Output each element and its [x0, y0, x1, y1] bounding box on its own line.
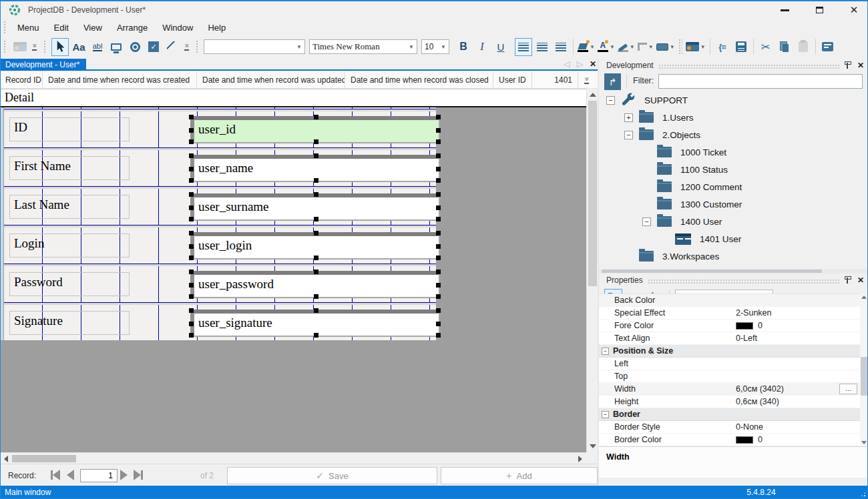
- selection-handle[interactable]: [436, 270, 441, 274]
- tree-horizontal-scrollbar[interactable]: [599, 269, 868, 274]
- form-design-surface[interactable]: IDuser_idFirst Nameuser_nameLast Nameuse…: [4, 107, 436, 340]
- scroll-left-icon[interactable]: [4, 456, 8, 462]
- tree-item[interactable]: −1400 User: [599, 213, 868, 230]
- selection-handle[interactable]: [314, 153, 318, 158]
- property-row[interactable]: Text Align0-Left: [599, 332, 860, 345]
- property-category-row[interactable]: −Border: [599, 408, 860, 421]
- tree-expander-icon[interactable]: −: [606, 96, 615, 105]
- tree-hscroll-thumb[interactable]: [602, 270, 822, 273]
- tree-item[interactable]: −2.Objects: [599, 126, 868, 143]
- selection-handle[interactable]: [436, 178, 441, 183]
- record-column-header[interactable]: Date and time when record was updated: [197, 72, 345, 88]
- editor-horizontal-scrollbar[interactable]: [0, 452, 586, 464]
- open-object-button[interactable]: ↱: [604, 73, 621, 90]
- collapse-icon[interactable]: −: [602, 348, 609, 355]
- selection-handle[interactable]: [189, 283, 194, 288]
- style-combo[interactable]: ▼: [204, 39, 305, 54]
- selection-handle[interactable]: [436, 244, 441, 249]
- selection-handle[interactable]: [314, 270, 318, 274]
- selection-handle[interactable]: [314, 333, 318, 338]
- field-textbox[interactable]: user_signature: [190, 310, 440, 337]
- toolbar-grip[interactable]: [3, 40, 7, 53]
- cut-button[interactable]: ✂: [757, 38, 775, 56]
- previous-record-button[interactable]: [67, 470, 74, 480]
- radio-tool-button[interactable]: [126, 38, 144, 56]
- field-label-box[interactable]: Last Name: [9, 195, 130, 219]
- selection-handle[interactable]: [189, 167, 194, 171]
- property-row[interactable]: Border Color0: [599, 434, 860, 446]
- selection-handle[interactable]: [314, 178, 318, 183]
- tree-item[interactable]: 1000 Ticket: [599, 143, 868, 161]
- selection-handle[interactable]: [436, 139, 441, 144]
- selection-handle[interactable]: [189, 308, 194, 313]
- record-column-header[interactable]: User ID: [493, 72, 532, 88]
- selection-handle[interactable]: [436, 192, 441, 197]
- pin-icon[interactable]: [844, 61, 851, 69]
- menu-item-view[interactable]: View: [76, 21, 110, 34]
- properties-panel-header[interactable]: Properties ✕: [599, 274, 868, 287]
- tab-close-icon[interactable]: ✕: [590, 59, 596, 69]
- textbox-tool-button[interactable]: abl: [89, 38, 106, 56]
- selection-handle[interactable]: [436, 231, 441, 235]
- property-value[interactable]: 2-Sunken: [736, 307, 772, 320]
- property-row[interactable]: Top: [599, 370, 860, 383]
- property-row[interactable]: Border Style0-None: [599, 421, 860, 434]
- field-textbox[interactable]: user_surname: [190, 193, 440, 221]
- align-left-button[interactable]: [515, 38, 532, 56]
- tab-development-user[interactable]: Development - User*: [0, 59, 86, 71]
- property-row[interactable]: Special Effect2-Sunken: [599, 307, 860, 320]
- form-designer-canvas[interactable]: IDuser_idFirst Nameuser_nameLast Nameuse…: [0, 107, 586, 452]
- bold-button[interactable]: B: [455, 38, 472, 56]
- align-right-button[interactable]: [552, 38, 570, 56]
- collapse-icon[interactable]: −: [602, 411, 609, 418]
- next-record-button[interactable]: [120, 470, 128, 480]
- toolbar-grip2[interactable]: [43, 40, 47, 53]
- selection-handle[interactable]: [189, 217, 194, 221]
- tree-item[interactable]: −SUPPORT: [599, 91, 868, 109]
- tree-item[interactable]: +1.Users: [599, 109, 868, 126]
- selection-handle[interactable]: [436, 128, 441, 133]
- field-textbox[interactable]: user_id: [190, 116, 440, 143]
- selection-handle[interactable]: [189, 333, 194, 338]
- selection-handle[interactable]: [189, 256, 194, 260]
- selection-handle[interactable]: [189, 244, 194, 249]
- menu-item-window[interactable]: Window: [155, 21, 200, 34]
- property-row[interactable]: Height0,6см (340): [599, 396, 860, 408]
- scroll-down-icon[interactable]: [861, 441, 867, 444]
- maximize-button[interactable]: [812, 3, 827, 17]
- property-value[interactable]: 0: [736, 320, 763, 332]
- selection-handle[interactable]: [189, 205, 194, 210]
- tree-expander-icon[interactable]: +: [624, 113, 633, 122]
- scroll-down-icon[interactable]: [590, 444, 596, 448]
- field-label-box[interactable]: Login: [9, 233, 130, 258]
- close-button[interactable]: ✕: [847, 3, 861, 17]
- save-record-button[interactable]: ✓Save: [227, 467, 437, 484]
- underline-button[interactable]: U: [492, 38, 509, 56]
- tab-scroll-left-icon[interactable]: ◁: [564, 59, 570, 69]
- record-column-header[interactable]: 1401: [532, 72, 578, 88]
- tools-overflow-button[interactable]: «: [182, 38, 191, 55]
- close-panel-icon[interactable]: ✕: [857, 61, 864, 70]
- property-row[interactable]: Back Color: [599, 294, 860, 307]
- border-sides-button[interactable]: ▼: [637, 38, 654, 56]
- toolbar-grip3[interactable]: [196, 40, 199, 53]
- selection-handle[interactable]: [436, 205, 441, 210]
- selection-handle[interactable]: [436, 167, 441, 171]
- align-center-button[interactable]: [533, 38, 551, 56]
- font-color-button[interactable]: A▼: [597, 38, 616, 56]
- selection-handle[interactable]: [189, 115, 194, 119]
- field-textbox[interactable]: user_password: [190, 271, 440, 298]
- button-tool-button[interactable]: [107, 38, 125, 56]
- property-row[interactable]: Fore Color0: [599, 320, 860, 332]
- toolbar-overflow-button[interactable]: «: [30, 38, 39, 55]
- field-textbox[interactable]: user_login: [190, 232, 440, 260]
- selection-handle[interactable]: [189, 322, 194, 326]
- property-value[interactable]: 0,6см (340): [736, 396, 779, 408]
- selection-handle[interactable]: [189, 153, 194, 158]
- line-color-button[interactable]: ▼: [617, 38, 636, 56]
- selection-handle[interactable]: [314, 231, 318, 235]
- selection-handle[interactable]: [189, 178, 194, 183]
- filter-input[interactable]: [658, 74, 863, 89]
- menu-item-help[interactable]: Help: [200, 21, 233, 34]
- menu-item-arrange[interactable]: Arrange: [110, 21, 155, 34]
